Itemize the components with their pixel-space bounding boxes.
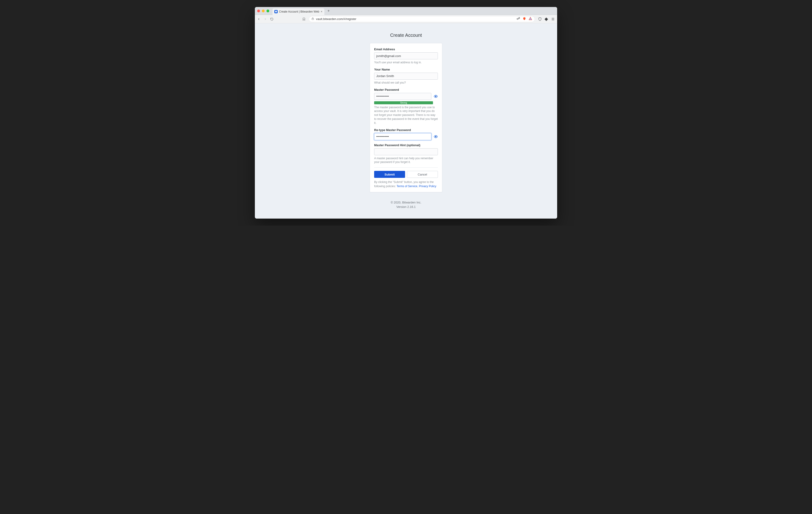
tab-strip: Create Account | Bitwarden Web × ＋: [255, 7, 557, 15]
email-field-group: Email Address You'll use your email addr…: [374, 48, 438, 64]
forward-button[interactable]: [264, 18, 267, 21]
agreement-sep: ,: [417, 185, 419, 188]
url-text: vault.bitwarden.com/#/register: [316, 17, 356, 21]
version-text: Version 2.16.1: [255, 205, 557, 209]
tab-title: Create Account | Bitwarden Web: [279, 10, 319, 13]
email-label: Email Address: [374, 48, 438, 51]
email-hint: You'll use your email address to log in.: [374, 60, 438, 64]
close-tab-icon[interactable]: ×: [321, 10, 322, 13]
svg-point-8: [435, 136, 436, 137]
password-hint-input[interactable]: [374, 148, 438, 155]
email-input[interactable]: [374, 52, 438, 59]
submit-button[interactable]: Submit: [374, 171, 405, 178]
name-field-group: Your Name What should we call you?: [374, 68, 438, 85]
retype-password-field-group: Re-type Master Password: [374, 128, 438, 140]
brave-shield-icon[interactable]: [522, 17, 526, 21]
master-password-hint: The master password is the password you …: [374, 105, 438, 125]
lock-icon: [311, 17, 314, 21]
menu-icon[interactable]: [551, 17, 555, 21]
retype-password-label: Re-type Master Password: [374, 128, 438, 132]
master-password-input[interactable]: [374, 93, 431, 100]
password-hint-field-group: Master Password Hint (optional) A master…: [374, 143, 438, 164]
brave-rewards-icon[interactable]: [528, 17, 532, 21]
password-strength-bar: Strong: [374, 101, 433, 104]
url-right-icons: [517, 17, 532, 21]
window-controls: [257, 9, 269, 12]
bitwarden-extension-icon[interactable]: [538, 17, 542, 21]
master-password-label: Master Password: [374, 88, 438, 91]
browser-window: Create Account | Bitwarden Web × ＋ vault…: [255, 7, 557, 219]
privacy-link[interactable]: Privacy Policy: [419, 185, 436, 188]
browser-tab[interactable]: Create Account | Bitwarden Web ×: [272, 8, 324, 15]
bookmark-icon[interactable]: [302, 18, 306, 21]
register-card: Email Address You'll use your email addr…: [370, 43, 442, 192]
name-hint: What should we call you?: [374, 81, 438, 85]
close-window-button[interactable]: [257, 9, 260, 12]
new-tab-button[interactable]: ＋: [327, 8, 330, 13]
master-password-field-group: Master Password Strong The master passwo…: [374, 88, 438, 125]
extension-area: [538, 17, 555, 21]
form-actions: Submit Cancel: [374, 167, 438, 178]
svg-rect-0: [312, 19, 314, 20]
toggle-password-visibility-icon[interactable]: [434, 94, 438, 99]
toggle-retype-visibility-icon[interactable]: [434, 135, 438, 139]
page-title: Create Account: [255, 33, 557, 38]
name-label: Your Name: [374, 68, 438, 71]
page-content: Create Account Email Address You'll use …: [255, 23, 557, 219]
extensions-icon[interactable]: [545, 17, 548, 21]
bitwarden-favicon: [274, 10, 278, 13]
name-input[interactable]: [374, 73, 438, 80]
svg-point-7: [435, 96, 436, 97]
svg-point-1: [517, 18, 518, 20]
maximize-window-button[interactable]: [266, 9, 269, 12]
terms-link[interactable]: Terms of Service: [397, 185, 417, 188]
cancel-button[interactable]: Cancel: [407, 171, 438, 178]
password-hint-help: A master password hint can help you reme…: [374, 157, 438, 164]
back-button[interactable]: [257, 18, 260, 21]
password-hint-label: Master Password Hint (optional): [374, 143, 438, 147]
copyright-text: © 2020, Bitwarden Inc.: [255, 200, 557, 205]
agreement-text: By clicking the "Submit" button, you agr…: [374, 180, 438, 188]
page-footer: © 2020, Bitwarden Inc. Version 2.16.1: [255, 200, 557, 209]
address-bar[interactable]: vault.bitwarden.com/#/register: [309, 16, 535, 22]
reload-button[interactable]: [270, 18, 273, 21]
minimize-window-button[interactable]: [262, 9, 265, 12]
retype-password-input[interactable]: [374, 133, 431, 140]
key-icon[interactable]: [517, 17, 520, 21]
toolbar: vault.bitwarden.com/#/register: [255, 15, 557, 23]
